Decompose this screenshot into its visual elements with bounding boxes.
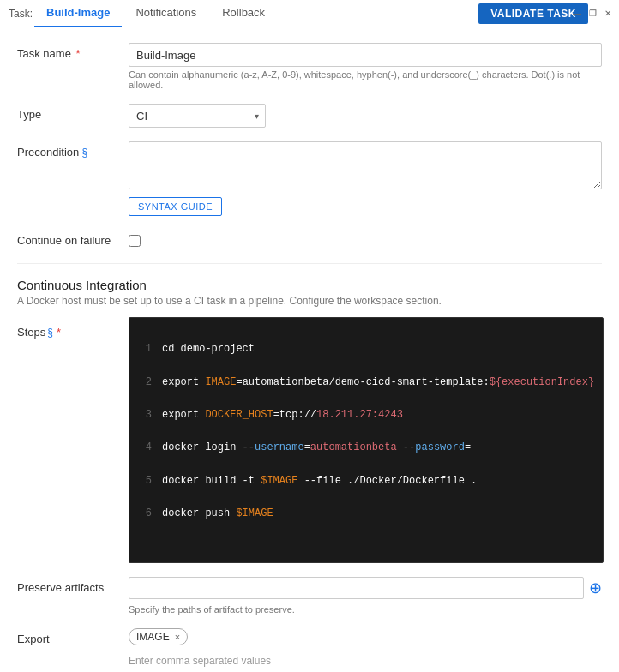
continue-on-failure-label: Continue on failure: [17, 230, 129, 247]
main-content: Task name * Can contain alphanumeric (a-…: [0, 27, 619, 672]
syntax-guide-button[interactable]: SYNTAX GUIDE: [129, 197, 222, 216]
task-name-field: Can contain alphanumeric (a-z, A-Z, 0-9)…: [129, 43, 602, 90]
continue-on-failure-checkbox[interactable]: [129, 235, 141, 247]
header: Task: Build-Image Notifications Rollback…: [0, 0, 619, 27]
ci-section-desc: A Docker host must be set up to use a CI…: [17, 295, 602, 307]
steps-row: Steps§ * 1cd demo-project 2export IMAGE=…: [17, 317, 602, 563]
export-label: Export: [17, 628, 129, 645]
tab-notifications[interactable]: Notifications: [123, 0, 208, 27]
remove-tag-icon[interactable]: ×: [175, 632, 180, 642]
continue-on-failure-row: Continue on failure: [17, 230, 602, 249]
preserve-artifacts-hint: Specify the paths of artifact to preserv…: [129, 604, 602, 615]
task-name-hint: Can contain alphanumeric (a-z, A-Z, 0-9)…: [129, 69, 602, 90]
add-artifact-icon[interactable]: ⊕: [589, 580, 602, 596]
type-field: CI Maven Gradle Ant ▾: [129, 104, 602, 128]
preserve-artifacts-row: Preserve artifacts ⊕ Specify the paths o…: [17, 577, 602, 615]
task-name-input[interactable]: [129, 43, 602, 67]
code-editor[interactable]: 1cd demo-project 2export IMAGE=automatio…: [129, 317, 604, 563]
precondition-input[interactable]: [129, 141, 602, 189]
type-label: Type: [17, 104, 129, 121]
steps-info-icon[interactable]: §: [47, 327, 53, 339]
restore-button[interactable]: ❐: [586, 7, 598, 19]
steps-field: 1cd demo-project 2export IMAGE=automatio…: [129, 317, 604, 563]
preserve-path-row: ⊕: [129, 577, 602, 599]
preserve-artifacts-field: ⊕ Specify the paths of artifact to prese…: [129, 577, 602, 615]
ci-section-title: Continuous Integration: [17, 278, 602, 292]
type-select[interactable]: CI Maven Gradle Ant: [129, 104, 266, 128]
precondition-label: Precondition §: [17, 141, 129, 159]
continue-on-failure-field: [129, 230, 602, 249]
task-prefix-label: Task:: [9, 8, 33, 20]
preserve-artifacts-label: Preserve artifacts: [17, 577, 129, 594]
tab-rollback[interactable]: Rollback: [210, 0, 277, 27]
export-tag-label: IMAGE: [136, 631, 170, 643]
task-name-label: Task name *: [17, 43, 129, 60]
minimize-button[interactable]: —: [571, 7, 583, 19]
export-tag-image: IMAGE ×: [129, 628, 188, 645]
close-button[interactable]: ✕: [602, 7, 614, 19]
window-controls: — ❐ ✕: [571, 7, 614, 19]
export-tags: IMAGE ×: [129, 628, 602, 645]
tab-build-image[interactable]: Build-Image: [34, 0, 122, 27]
steps-label-container: Steps§ *: [17, 317, 129, 339]
export-row: Export IMAGE × Enter comma separated val…: [17, 628, 602, 672]
type-row: Type CI Maven Gradle Ant ▾: [17, 104, 602, 128]
export-hint: Enter comma separated values: [129, 655, 602, 667]
precondition-row: Precondition § SYNTAX GUIDE: [17, 141, 602, 216]
preserve-artifacts-input[interactable]: [129, 577, 584, 599]
task-name-row: Task name * Can contain alphanumeric (a-…: [17, 43, 602, 90]
precondition-info-icon[interactable]: §: [79, 147, 87, 159]
export-field: IMAGE × Enter comma separated values: [129, 628, 602, 672]
section-divider: [17, 263, 602, 264]
precondition-field: SYNTAX GUIDE: [129, 141, 602, 216]
type-select-wrap: CI Maven Gradle Ant ▾: [129, 104, 266, 128]
